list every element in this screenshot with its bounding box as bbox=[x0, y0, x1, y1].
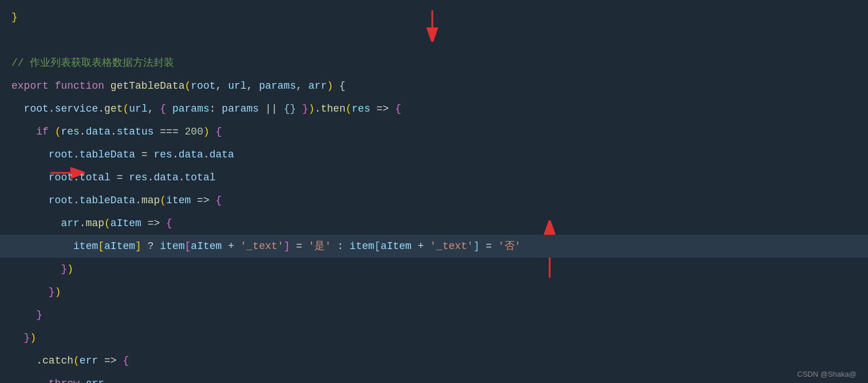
code-text-item3: item bbox=[160, 235, 184, 257]
code-text-dot3: . bbox=[314, 98, 321, 120]
code-text-dot1: . bbox=[49, 98, 55, 120]
code-text-indent9 bbox=[11, 281, 49, 303]
code-text-paren3: ( bbox=[123, 98, 129, 120]
code-text-brace12: { bbox=[123, 350, 129, 372]
code-text-eq2: = bbox=[111, 167, 129, 188]
code-text-indent12 bbox=[11, 350, 36, 372]
code-text: } bbox=[11, 6, 18, 28]
code-text-paren1: ( bbox=[184, 75, 191, 97]
code-text-space1 bbox=[49, 75, 55, 97]
code-text-dot12: . bbox=[73, 189, 80, 211]
code-line-total: root . total = res . data . total bbox=[0, 166, 868, 189]
code-text-root2: root bbox=[24, 98, 49, 120]
code-text-get: get bbox=[104, 98, 123, 120]
code-text-paren2: ) bbox=[327, 75, 333, 97]
code-line-ternary: item [ aItem ] ? item [ aItem + '_text' … bbox=[0, 235, 868, 258]
code-text-indent6 bbox=[11, 212, 61, 234]
code-text-dot8: . bbox=[203, 144, 210, 165]
code-text-brack3: [ bbox=[185, 235, 191, 257]
code-text-indent11 bbox=[11, 327, 24, 349]
code-text-arr2: arr bbox=[61, 212, 79, 234]
code-text-throw: throw bbox=[49, 373, 80, 383]
code-text-eq1: = bbox=[135, 144, 153, 165]
code-text-paren8: ( bbox=[160, 189, 166, 211]
code-text-aitem2: aItem bbox=[104, 235, 135, 257]
code-text-root: root bbox=[191, 75, 215, 97]
code-text-root4: root bbox=[49, 167, 73, 188]
code-text-comma4: , bbox=[148, 98, 160, 120]
code-text-arrow1: => bbox=[370, 98, 395, 120]
code-text-res2: res bbox=[153, 144, 172, 165]
code-line-comment: // 作业列表获取表格数据方法封装 bbox=[0, 52, 868, 74]
code-text-brace1: { bbox=[333, 75, 346, 97]
code-text-indent5 bbox=[11, 189, 49, 211]
code-text-indent4 bbox=[11, 167, 49, 188]
code-text-item4: item bbox=[350, 235, 374, 257]
code-text-brace10: } bbox=[36, 304, 42, 326]
code-text-brace11: } bbox=[24, 327, 30, 349]
code-text-brace2: { bbox=[160, 98, 166, 120]
code-text-indent1 bbox=[11, 98, 24, 120]
code-line-catch: . catch ( err => { bbox=[0, 349, 868, 372]
code-line-map1: root . tableData . map ( item => { bbox=[0, 189, 868, 212]
code-text-paren6: ( bbox=[55, 121, 61, 143]
code-text-no: '否' bbox=[498, 235, 521, 257]
code-line-close1: } ) bbox=[0, 258, 868, 281]
code-line-close3: } bbox=[0, 303, 868, 326]
code-text-paramsprop: params bbox=[172, 98, 210, 120]
code-text-aitem4: aItem bbox=[381, 235, 412, 257]
code-text-res: res bbox=[352, 98, 370, 120]
code-text-paren13: ( bbox=[73, 350, 80, 372]
code-text-tabledata2: tableData bbox=[80, 189, 135, 211]
code-text-root5: root bbox=[49, 189, 73, 211]
code-text-brace5: { bbox=[210, 121, 222, 143]
code-text-dot4: . bbox=[80, 121, 86, 143]
code-text-space2 bbox=[104, 75, 111, 97]
code-text-colon2: : bbox=[331, 235, 349, 257]
code-text-dot6: . bbox=[73, 144, 80, 165]
code-text-indent8 bbox=[11, 258, 61, 280]
code-text-indent3 bbox=[11, 144, 49, 165]
code-text-brace7: { bbox=[166, 212, 172, 234]
code-text-url: url bbox=[228, 75, 246, 97]
code-text-map1: map bbox=[141, 189, 160, 211]
code-line-close4: } ) bbox=[0, 326, 868, 349]
code-text-text2: '_text' bbox=[430, 235, 474, 257]
code-text-total: total bbox=[80, 167, 111, 188]
code-text-dot2: . bbox=[98, 98, 104, 120]
code-text-comma1: , bbox=[216, 75, 228, 97]
code-text-qmark: ? bbox=[141, 235, 160, 257]
code-text-paren10: ) bbox=[67, 258, 73, 280]
code-line-service: root . service . get ( url , { params : … bbox=[0, 97, 868, 120]
code-text-plus1: + bbox=[222, 235, 240, 257]
code-text-status: status bbox=[117, 121, 154, 143]
code-text-dot7: . bbox=[172, 144, 179, 165]
code-text-data3: data bbox=[210, 144, 234, 165]
code-text-brace3: } bbox=[302, 98, 309, 120]
code-text-err2: err bbox=[86, 373, 104, 383]
code-text-dot11: . bbox=[179, 167, 185, 188]
code-text-data4: data bbox=[153, 167, 178, 188]
code-text-200: 200 bbox=[185, 121, 203, 143]
code-text bbox=[11, 29, 18, 51]
code-container: } // 作业列表获取表格数据方法封装 export function getT… bbox=[0, 0, 868, 383]
code-text-indent10 bbox=[11, 304, 36, 326]
code-text-paren5: ( bbox=[345, 98, 352, 120]
code-text-emptyobj: {} bbox=[283, 98, 296, 120]
code-text-dot5: . bbox=[111, 121, 117, 143]
code-text-arrow3: => bbox=[141, 212, 166, 234]
code-text-arrow4: => bbox=[98, 350, 123, 372]
code-text-catch: catch bbox=[42, 350, 73, 372]
code-text-params3: params bbox=[222, 98, 259, 120]
code-text-brace4: { bbox=[395, 98, 401, 120]
code-text-paren4: ) bbox=[309, 98, 315, 120]
code-text-then: then bbox=[321, 98, 345, 120]
code-line-blank bbox=[0, 29, 868, 52]
code-text-text1: '_text' bbox=[240, 235, 284, 257]
code-text-paren12: ) bbox=[30, 327, 36, 349]
code-text-arrow2: => bbox=[191, 189, 215, 211]
code-text-err: err bbox=[80, 350, 98, 372]
code-text-dot15: . bbox=[36, 350, 42, 372]
code-text-brace9: } bbox=[49, 281, 55, 303]
code-text-aitem3: aItem bbox=[191, 235, 222, 257]
